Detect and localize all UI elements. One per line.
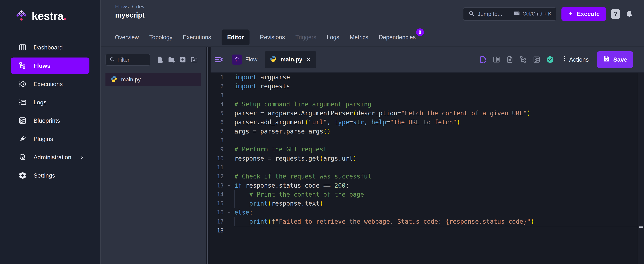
code-line-14[interactable]: 14# Print the content of the page [210,190,638,199]
file-row-main.py[interactable]: main.py [106,73,201,86]
tab-label: Revisions [260,34,285,41]
dashboard-icon [18,43,27,52]
code-line-15[interactable]: 15print(response.text) [210,199,638,208]
execute-button[interactable]: Execute [562,7,606,21]
editor-tab-flow[interactable]: Flow [227,51,262,68]
tab-dependencies[interactable]: Dependencies0 [379,34,416,41]
actions-button[interactable]: Actions [561,55,589,64]
fold-gutter [224,82,234,91]
code-line-18[interactable]: 18 [210,226,638,235]
check-circle-icon[interactable] [546,55,554,64]
code-line-2[interactable]: 2import requests [210,82,638,91]
bell-icon[interactable] [625,10,634,18]
sidebar: kestra. Dashboard Flows Executions Logs … [0,0,100,264]
floppy-icon [603,55,610,64]
sidebar-item-plugins[interactable]: Plugins [11,131,90,147]
tab-editor[interactable]: Editor [222,30,250,45]
editor-tab-main-py[interactable]: main.py [265,51,316,68]
split-panel-icon[interactable] [492,55,500,64]
fold-gutter [224,136,234,145]
code-line-16[interactable]: 16else: [210,208,638,217]
list-box-icon[interactable] [532,55,541,64]
fold-gutter [224,118,234,127]
code-line-3[interactable]: 3 [210,91,638,100]
flow-tab-bar: OverviewTopologyExecutionsEditorRevision… [100,28,644,47]
line-number: 7 [210,127,224,136]
code-line-4[interactable]: 4# Setup command line argument parsing [210,100,638,109]
search-icon [109,56,115,63]
jump-to-search[interactable]: Jump to... Ctrl/Cmd + K [463,7,556,21]
code-line-17[interactable]: 17print(f"Failed to retrieve the webpage… [210,217,638,226]
sidebar-item-blueprints[interactable]: Blueprints [11,112,90,129]
code-line-11[interactable]: 11 [210,163,638,172]
filter-input[interactable]: Filter [106,54,150,66]
breadcrumb-item[interactable]: Flows [115,4,129,10]
line-number: 10 [210,154,224,163]
tab-logs[interactable]: Logs [327,34,339,41]
code-line-7[interactable]: 7args = parser.parse_args() [210,127,638,136]
tab-metrics[interactable]: Metrics [350,34,368,41]
sidebar-item-settings[interactable]: Settings [11,167,90,184]
new-folder-icon[interactable] [168,56,176,64]
tab-label: Metrics [350,34,368,41]
flows-icon [18,61,27,70]
code-line-6[interactable]: 6parser.add_argument("url", type=str, he… [210,118,638,127]
editor-tab-label: main.py [280,56,302,63]
fold-gutter [224,172,234,181]
code-line-1[interactable]: 1import argparse [210,73,638,82]
panel-splitter[interactable] [206,47,210,264]
line-number: 12 [210,172,224,181]
line-number: 11 [210,163,224,172]
tab-label: Logs [327,34,339,41]
fold-gutter [224,217,234,226]
tab-label: Triggers [295,34,316,41]
tab-label: Executions [183,34,211,41]
code-line-8[interactable]: 8 [210,136,638,145]
fold-gutter [224,154,234,163]
search-shortcut: Ctrl/Cmd + K [513,10,552,18]
sidebar-item-logs[interactable]: Logs [11,94,90,110]
fold-chevron-icon[interactable] [224,208,234,217]
edit-document-icon[interactable] [479,55,487,64]
code-line-10[interactable]: 10response = requests.get(args.url) [210,154,638,163]
sidebar-item-dashboard[interactable]: Dashboard [11,39,90,56]
kestra-logo[interactable]: kestra. [0,0,100,32]
tree-icon[interactable] [519,55,527,64]
import-folder-icon[interactable] [190,56,198,64]
code-line-13[interactable]: 13if response.status_code == 200: [210,181,638,190]
editor-tools: Actions Save [479,51,633,68]
code-text: import argparse [234,73,290,82]
brand-name: kestra. [32,10,66,22]
code-line-9[interactable]: 9# Perform the GET request [210,145,638,154]
add-square-icon[interactable] [179,56,187,64]
new-file-icon[interactable] [156,56,164,64]
editor-scrollbar[interactable] [638,73,644,264]
page-title: myscript [115,11,144,19]
code-text: else: [234,208,253,217]
tab-label: Editor [227,34,244,41]
code-editor[interactable]: 1import argparse2import requests34# Setu… [210,73,644,264]
sidebar-item-administration[interactable]: Administration [11,149,90,165]
save-button[interactable]: Save [597,51,633,68]
code-editor-panel: Flowmain.py Actions Save 1i [210,47,644,264]
plugins-icon [18,135,27,143]
code-line-12[interactable]: 12# Check if the request was successful [210,172,638,181]
collapse-sidebar-icon[interactable] [214,55,224,64]
kestra-logo-icon [15,10,28,22]
document-icon[interactable] [506,55,514,64]
python-icon [110,75,118,84]
tab-topology[interactable]: Topology [149,34,172,41]
close-icon[interactable] [306,57,312,62]
line-number: 14 [210,190,224,199]
sidebar-item-flows[interactable]: Flows [11,58,90,74]
sidebar-item-executions[interactable]: Executions [11,76,90,92]
help-button[interactable]: ? [611,9,620,19]
code-line-5[interactable]: 5parser = argparse.ArgumentParser(descri… [210,109,638,118]
file-name: main.py [121,76,141,83]
tab-triggers: Triggers [295,34,316,41]
fold-chevron-icon[interactable] [224,181,234,190]
breadcrumb-item[interactable]: dev [136,4,144,10]
tab-revisions[interactable]: Revisions [260,34,285,41]
tab-executions[interactable]: Executions [183,34,211,41]
tab-overview[interactable]: Overview [115,34,139,41]
